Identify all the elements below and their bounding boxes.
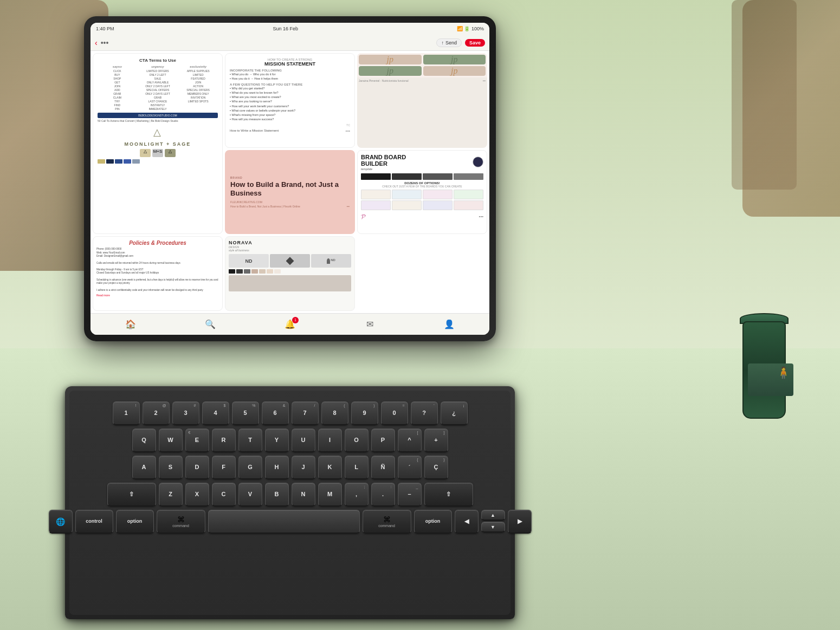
status-right: 📶 🔋 100% <box>457 26 484 31</box>
key-u[interactable]: U <box>292 428 315 452</box>
status-date: Sun 16 Feb <box>273 26 298 31</box>
pin-norava[interactable]: NORAVA DESIGN style all business ND ND <box>225 236 355 311</box>
ipad-screen[interactable]: 1:40 PM Sun 16 Feb 📶 🔋 100% ‹ ••• ↑ Send… <box>91 23 489 335</box>
key-y[interactable]: Y <box>265 428 289 452</box>
key-c-cedilla[interactable]: } Ç <box>424 456 448 479</box>
key-x[interactable]: X <box>185 483 209 506</box>
pin-mission-items: • What you do → Who you do it for • How … <box>230 72 350 81</box>
key-s[interactable]: S <box>159 456 183 479</box>
key-7[interactable]: / 7 <box>292 401 319 425</box>
key-8[interactable]: ( 8 <box>321 401 348 425</box>
key-inverted-question[interactable]: ¡ ¿ <box>441 401 468 425</box>
key-globe[interactable]: 🌐 <box>49 510 73 534</box>
key-g[interactable]: G <box>238 456 262 479</box>
key-1[interactable]: ! 1 <box>113 401 140 425</box>
key-i[interactable]: I <box>318 428 342 452</box>
tab-notifications[interactable]: 🔔 1 <box>283 318 296 331</box>
key-l[interactable]: L <box>345 456 369 479</box>
key-space[interactable] <box>208 510 360 534</box>
key-arrow-up[interactable]: ▲ <box>481 510 505 521</box>
key-command-right[interactable]: ⌘ command <box>363 510 411 534</box>
key-q[interactable]: Q <box>132 428 156 452</box>
key-6[interactable]: & 6 <box>262 401 289 425</box>
key-arrow-down[interactable]: ▼ <box>481 522 505 532</box>
key-t[interactable]: T <box>238 428 262 452</box>
key-accent[interactable]: { ´ <box>398 456 422 479</box>
key-w[interactable]: W <box>159 428 183 452</box>
key-b[interactable]: B <box>265 483 289 506</box>
key-period[interactable]: : . <box>371 483 395 506</box>
tab-home[interactable]: 🏠 <box>124 318 137 331</box>
key-4[interactable]: $ 4 <box>202 401 229 425</box>
moonlight-icons: △ M+S △ <box>98 149 218 157</box>
pin-builder-pages <box>361 190 483 210</box>
send-icon: ↑ <box>441 40 444 46</box>
key-shift-left[interactable]: ⇧ <box>107 483 156 506</box>
norava-color-palette <box>229 269 351 274</box>
pin-brand-footer: How to Build a Brand, Not Just a Busines… <box>230 205 350 208</box>
starbucks-cup: ★ ★ 🧍 <box>737 310 791 419</box>
key-a[interactable]: A <box>132 456 156 479</box>
key-p[interactable]: P <box>371 428 395 452</box>
back-button[interactable]: ‹ <box>95 38 98 47</box>
key-command-left[interactable]: ⌘ command <box>157 510 205 534</box>
key-m[interactable]: M <box>318 483 342 506</box>
key-z[interactable]: Z <box>159 483 183 506</box>
more-options-button[interactable]: ••• <box>101 38 109 47</box>
key-arrow-left[interactable]: ◀ <box>455 510 479 534</box>
pin-builder-footer: 𝓟 ••• <box>361 213 483 220</box>
tab-search[interactable]: 🔍 <box>204 318 217 331</box>
key-h[interactable]: H <box>265 456 289 479</box>
key-n-tilde[interactable]: Ñ <box>371 456 395 479</box>
save-button[interactable]: Save <box>465 39 485 47</box>
key-0[interactable]: = 0 <box>381 401 408 425</box>
send-button[interactable]: ↑ Send <box>436 38 462 47</box>
key-j[interactable]: J <box>292 456 315 479</box>
pin-policies[interactable]: Policies & Procedures Phone: (000) 000-0… <box>93 236 223 311</box>
keyboard-surface: ! 1 @ 2 # 3 $ 4 <box>69 391 511 615</box>
pin-cta-terms[interactable]: CTA Terms to Use sayso urgency exclusivi… <box>93 53 223 234</box>
key-v[interactable]: V <box>238 483 262 506</box>
pin-mission-bar: How to Write a Mission Statement ••• <box>230 128 350 133</box>
tab-profile[interactable]: 👤 <box>443 318 456 331</box>
key-c[interactable]: C <box>212 483 236 506</box>
key-option-right[interactable]: option <box>414 510 452 534</box>
key-9[interactable]: ) 9 <box>351 401 378 425</box>
key-option-left[interactable]: option <box>116 510 154 534</box>
pin-mission-title: MISSION STATEMENT <box>230 61 350 67</box>
key-d[interactable]: D <box>185 456 209 479</box>
pin-mission-statement[interactable]: HOW TO CREATE A STRONG MISSION STATEMENT… <box>225 53 355 148</box>
key-n[interactable]: N <box>292 483 315 506</box>
pin-brand-label: BRAND <box>230 176 350 179</box>
pin-builder-header: BRAND BOARD BUILDER template <box>361 154 483 170</box>
key-r[interactable]: R <box>212 428 236 452</box>
pin-cta-link: BEBOLDDESIGNSTUDIO.COM <box>98 113 218 118</box>
key-2[interactable]: @ 2 <box>143 401 170 425</box>
pin-brand-builder[interactable]: BRAND BOARD BUILDER template DOZENS OF <box>357 150 487 234</box>
key-control[interactable]: control <box>75 510 113 534</box>
key-comma[interactable]: ; , <box>345 483 369 506</box>
tab-messages[interactable]: ✉ <box>363 318 376 331</box>
key-plus[interactable]: ] + <box>424 428 448 452</box>
pin-cta-columns: sayso urgency exclusivity CLICKBUYSHOPGE… <box>98 65 218 111</box>
key-dash[interactable]: _ – <box>398 483 422 506</box>
key-arrow-right[interactable]: ▶ <box>508 510 532 534</box>
key-shift-right[interactable]: ⇧ <box>424 483 473 506</box>
keyboard-row-asdf: A S D F G H J K L Ñ { ´ } Ç <box>77 456 502 479</box>
key-e[interactable]: € E <box>185 428 209 452</box>
key-5[interactable]: % 5 <box>232 401 259 425</box>
key-3[interactable]: # 3 <box>172 401 199 425</box>
status-time: 1:40 PM <box>96 26 114 31</box>
jp-logo-grid: jp jp jp jp <box>357 53 487 77</box>
norava-texture <box>229 275 351 291</box>
keyboard: ! 1 @ 2 # 3 $ 4 <box>65 386 515 619</box>
pin-build-brand[interactable]: BRAND How to Build a Brand, not Just a B… <box>225 150 355 234</box>
key-question[interactable]: ' ? <box>411 401 438 425</box>
jp-card-1: jp <box>359 55 422 64</box>
key-caret[interactable]: [ ^ <box>398 428 422 452</box>
key-k[interactable]: K <box>318 456 342 479</box>
pin-policies-title: Policies & Procedures <box>96 240 219 246</box>
key-o[interactable]: O <box>345 428 369 452</box>
key-f[interactable]: F <box>212 456 236 479</box>
pin-jp-logos[interactable]: jp jp jp jp Janaina Pimentel - Nutricion… <box>357 53 487 148</box>
